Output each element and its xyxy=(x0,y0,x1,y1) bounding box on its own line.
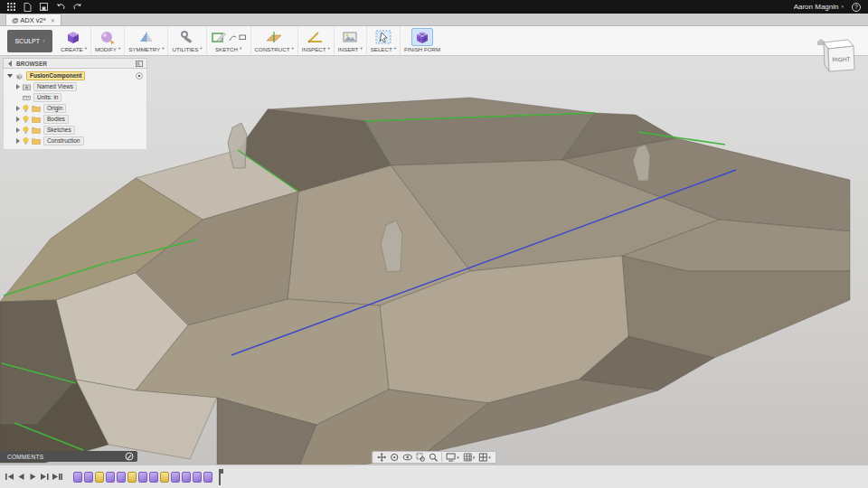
toolbar-group-utilities[interactable]: UTILITIES▾ xyxy=(167,26,205,55)
inspect-icon xyxy=(307,29,325,45)
expand-arrow-icon[interactable] xyxy=(16,127,20,133)
chevron-down-icon: ▾ xyxy=(360,47,362,52)
chevron-down-icon: ▾ xyxy=(394,47,396,52)
toolbar-group-symmetry[interactable]: SYMMETRY▾ xyxy=(124,26,167,55)
user-name: Aaron Magnin xyxy=(794,3,839,11)
model-facet[interactable] xyxy=(622,256,850,358)
comments-label: COMMENTS xyxy=(7,454,125,460)
chevron-down-icon: ▾ xyxy=(118,47,120,52)
expand-arrow-icon[interactable] xyxy=(16,138,20,144)
insert-icon xyxy=(341,29,359,45)
toolbar-group-construct[interactable]: CONSTRUCT▾ xyxy=(250,26,297,55)
comments-bar[interactable]: COMMENTS xyxy=(0,451,137,462)
zoom-window-icon[interactable] xyxy=(416,453,425,462)
document-tab[interactable]: @ ADX v2* ✕ xyxy=(5,14,61,25)
sketch-curve-icon[interactable] xyxy=(229,33,237,42)
redo-icon[interactable] xyxy=(73,3,82,11)
add-comment-icon[interactable] xyxy=(125,452,134,461)
expand-arrow-icon[interactable] xyxy=(16,106,20,111)
sketch-rectangle-icon[interactable] xyxy=(239,33,247,42)
toolbar-group-insert[interactable]: INSERT▾ xyxy=(334,26,366,55)
close-icon[interactable]: ✕ xyxy=(51,17,55,23)
timeline-marker[interactable] xyxy=(216,469,223,485)
toolbar-group-finish-form[interactable]: FINISH FORM xyxy=(400,26,444,55)
model-facet[interactable] xyxy=(364,113,595,165)
toolbar-group-select[interactable]: SELECT▾ xyxy=(366,26,400,55)
panel-dock-icon[interactable] xyxy=(136,61,143,67)
grid-snap-icon[interactable]: ▾ xyxy=(463,453,476,462)
tree-item-label[interactable]: Bodies xyxy=(43,115,69,124)
activate-radio-icon[interactable] xyxy=(136,72,143,80)
tree-row-bodies[interactable]: Bodies xyxy=(4,114,146,125)
chevron-down-icon: ▾ xyxy=(457,455,459,460)
viewcube[interactable]: RIGHT xyxy=(817,34,861,78)
help-icon[interactable]: ? xyxy=(852,3,861,12)
tree-row-root[interactable]: FusionComponent xyxy=(4,70,146,81)
undo-icon[interactable] xyxy=(56,3,65,11)
tree-item-label[interactable]: Named Views xyxy=(33,82,77,91)
form-feature-icon[interactable] xyxy=(106,472,115,483)
save-icon[interactable] xyxy=(40,3,48,11)
browser-tree: FusionComponent Named Views Units: in Or… xyxy=(3,69,147,150)
form-feature-icon[interactable] xyxy=(182,472,191,483)
toolbar-group-modify[interactable]: MODIFY▾ xyxy=(90,26,124,55)
tree-item-label[interactable]: Units: in xyxy=(33,93,61,102)
visibility-bulb-icon[interactable] xyxy=(23,105,29,113)
chevron-down-icon: ▾ xyxy=(841,5,844,9)
step-forward-icon[interactable] xyxy=(41,473,49,481)
document-tabbar: @ ADX v2* ✕ xyxy=(0,14,868,26)
expand-arrow-icon[interactable] xyxy=(7,74,13,78)
skip-to-end-icon[interactable] xyxy=(52,473,62,481)
sketch-feature-icon[interactable] xyxy=(95,472,104,483)
step-back-icon[interactable] xyxy=(17,473,25,481)
look-at-icon[interactable] xyxy=(402,453,412,462)
orbit-icon[interactable] xyxy=(390,453,399,462)
play-icon[interactable] xyxy=(29,473,37,481)
tree-row-units[interactable]: Units: in xyxy=(4,92,146,103)
document-tab-label: @ ADX v2* xyxy=(12,16,46,24)
timeline-playback-controls xyxy=(5,473,62,481)
display-settings-icon[interactable]: ▾ xyxy=(446,453,459,462)
app-grid-icon[interactable] xyxy=(7,3,15,11)
tree-row-origin[interactable]: Origin xyxy=(4,103,146,114)
form-feature-icon[interactable] xyxy=(171,472,180,483)
tree-row-construction[interactable]: Construction xyxy=(4,136,146,146)
expand-arrow-icon[interactable] xyxy=(16,84,20,89)
viewcube-face-label[interactable]: RIGHT xyxy=(832,56,850,63)
form-feature-icon[interactable] xyxy=(84,472,93,483)
file-icon[interactable] xyxy=(24,3,32,12)
form-feature-icon[interactable] xyxy=(193,472,202,483)
zoom-icon[interactable] xyxy=(429,453,438,462)
user-menu[interactable]: Aaron Magnin ▾ xyxy=(794,3,844,11)
sketch-feature-icon[interactable] xyxy=(160,472,169,483)
skip-to-start-icon[interactable] xyxy=(5,473,14,481)
form-feature-icon[interactable] xyxy=(138,472,147,483)
expand-arrow-icon[interactable] xyxy=(16,117,20,122)
tree-item-label[interactable]: Sketches xyxy=(43,126,75,135)
collapse-panel-icon[interactable] xyxy=(7,61,13,67)
workspace-label: SCULPT xyxy=(14,38,40,44)
form-feature-icon[interactable] xyxy=(203,472,212,483)
visibility-bulb-icon[interactable] xyxy=(23,116,29,124)
workspace-selector[interactable]: SCULPT ▾ xyxy=(7,30,52,52)
visibility-bulb-icon[interactable] xyxy=(23,137,29,145)
navbar-divider xyxy=(441,453,442,462)
tree-item-label[interactable]: Origin xyxy=(43,104,66,113)
form-feature-icon[interactable] xyxy=(149,472,158,483)
toolbar-group-sketch[interactable]: SKETCH▾ xyxy=(206,26,250,55)
tree-row-sketches[interactable]: Sketches xyxy=(4,125,146,136)
form-feature-icon[interactable] xyxy=(117,472,126,483)
toolbar-group-label: CREATE xyxy=(61,46,83,52)
finish-form-highlight xyxy=(411,28,433,46)
tree-row-named-views[interactable]: Named Views xyxy=(4,81,146,92)
sketch-feature-icon[interactable] xyxy=(127,472,137,483)
tree-item-label[interactable]: Construction xyxy=(43,136,84,145)
viewports-icon[interactable]: ▾ xyxy=(478,453,491,462)
sketch-icon xyxy=(211,29,227,45)
toolbar-group-inspect[interactable]: INSPECT▾ xyxy=(297,26,334,55)
form-feature-icon[interactable] xyxy=(73,472,82,483)
tree-item-label[interactable]: FusionComponent xyxy=(26,71,85,80)
visibility-bulb-icon[interactable] xyxy=(23,127,29,135)
pan-icon[interactable] xyxy=(377,453,386,462)
toolbar-group-create[interactable]: CREATE▾ xyxy=(57,26,90,55)
